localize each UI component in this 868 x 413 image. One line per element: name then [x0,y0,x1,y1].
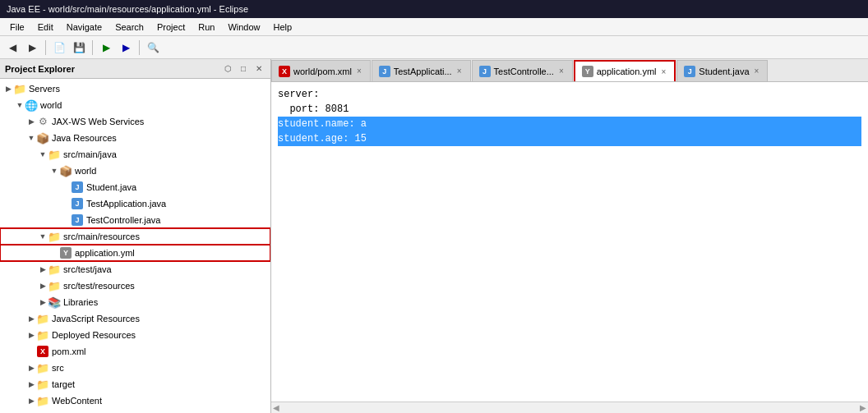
tree-label-src-test-resources: src/test/resources [63,281,135,291]
menu-item-run[interactable]: Run [192,21,221,34]
tree-arrow-world-pkg[interactable]: ▼ [49,166,59,176]
tree-label-js-resources: JavaScript Resources [52,314,140,324]
tree-item-jaxws[interactable]: ▶⚙JAX-WS Web Services [0,113,270,130]
tree-item-target[interactable]: ▶📁target [0,376,270,392]
tree-arrow-servers[interactable]: ▶ [3,84,13,94]
toolbar-sep-2 [92,40,93,55]
menu-bar: FileEditNavigateSearchProjectRunWindowHe… [0,18,868,36]
tree-arrow-world[interactable]: ▼ [15,100,25,110]
tree-item-world-pkg[interactable]: ▼📦world [0,163,270,179]
tree-label-testapp-java: TestApplication.java [86,199,166,209]
title-bar: Java EE - world/src/main/resources/appli… [0,0,868,18]
tree-item-src-test-java[interactable]: ▶📁src/test/java [0,261,270,278]
tree-icon-testcontroller-java: J [71,213,84,227]
menu-item-search[interactable]: Search [108,21,150,34]
toolbar-search[interactable]: 🔍 [144,39,162,57]
right-panel: Xworld/pom.xml×JTestApplicati...×JTestCo… [271,59,868,413]
menu-item-window[interactable]: Window [221,21,266,34]
tree-arrow-src-test-java[interactable]: ▶ [38,264,48,274]
project-tree: ▶📁Servers▼🌐world▶⚙JAX-WS Web Services▼📦J… [0,79,270,413]
tab-close-appyml-tab[interactable]: × [660,67,668,77]
toolbar-sep-1 [45,40,46,55]
tab-close-testapp-tab[interactable]: × [455,66,464,76]
tab-appyml-tab[interactable]: Yapplication.yml× [574,60,676,81]
editor-content[interactable]: server: port: 8081student.name: astudent… [271,82,868,402]
tab-pom-xml-tab[interactable]: Xworld/pom.xml× [271,60,371,81]
tree-label-student-java: Student.java [86,182,136,192]
tree-label-deployed-resources: Deployed Resources [52,330,136,340]
tab-close-student-tab[interactable]: × [753,66,761,76]
toolbar-save[interactable]: 💾 [70,39,88,57]
tree-item-src-test-resources[interactable]: ▶📁src/test/resources [0,278,270,294]
tab-label-pom-xml-tab: world/pom.xml [293,67,352,76]
tree-arrow-js-resources[interactable]: ▶ [26,314,36,324]
tree-item-testapp-java[interactable]: JTestApplication.java [0,195,270,212]
panel-close-icon[interactable]: ✕ [252,62,265,76]
panel-header-icons: ⬡ □ ✕ [221,62,265,76]
tree-item-js-resources[interactable]: ▶📁JavaScript Resources [0,310,270,327]
tree-icon-src-test-resources: 📁 [48,279,61,292]
tree-label-jaxws: JAX-WS Web Services [52,117,144,126]
tree-icon-src: 📁 [36,361,49,374]
toolbar-run[interactable]: ▶ [97,39,115,57]
tree-item-java-resources[interactable]: ▼📦Java Resources [0,130,270,146]
tree-arrow-libraries[interactable]: ▶ [38,297,48,307]
tree-icon-testapp-java: J [71,197,84,210]
tree-icon-java-resources: 📦 [36,131,49,145]
tree-label-testcontroller-java: TestController.java [86,215,161,225]
tree-item-src-main-resources[interactable]: ▼📁src/main/resources [0,228,270,245]
editor-scrollbar-horizontal[interactable]: ◀ ▶ [271,402,868,413]
tree-item-libraries[interactable]: ▶📚Libraries [0,294,270,310]
editor-line-2: student.name: a [278,117,861,131]
tree-arrow-src-main-resources[interactable]: ▼ [38,232,48,241]
tab-close-pom-xml-tab[interactable]: × [355,66,363,76]
tree-arrow-deployed-resources[interactable]: ▶ [26,330,36,340]
tree-item-src-main-java[interactable]: ▼📁src/main/java [0,146,270,163]
tree-item-src[interactable]: ▶📁src [0,360,270,376]
tree-label-src-main-resources: src/main/resources [63,232,140,241]
menu-item-file[interactable]: File [3,21,31,34]
tab-student-tab[interactable]: JStudent.java× [676,60,768,81]
tree-item-webcontent[interactable]: ▶📁WebContent [0,392,270,409]
tree-arrow-webcontent[interactable]: ▶ [26,396,36,406]
toolbar-debug[interactable]: ▶ [117,39,135,57]
tree-item-servers[interactable]: ▶📁Servers [0,80,270,97]
panel-minimize-icon[interactable]: ⬡ [221,62,234,76]
tab-close-testcontroller-tab[interactable]: × [557,66,566,76]
tree-icon-world: 🌐 [25,99,38,112]
tree-item-deployed-resources[interactable]: ▶📁Deployed Resources [0,327,270,343]
tree-item-application-yml[interactable]: Yapplication.yml [0,245,270,261]
tree-icon-js-resources: 📁 [36,312,49,325]
menu-item-help[interactable]: Help [267,21,299,34]
tree-arrow-src[interactable]: ▶ [26,363,36,373]
tree-item-testcontroller-java[interactable]: JTestController.java [0,212,270,228]
menu-item-edit[interactable]: Edit [31,21,60,34]
tree-item-world[interactable]: ▼🌐world [0,97,270,113]
menu-item-navigate[interactable]: Navigate [60,21,108,34]
tab-label-testapp-tab: TestApplicati... [394,67,452,76]
tree-item-student-java[interactable]: JStudent.java [0,179,270,195]
tree-icon-world-pkg: 📦 [59,164,72,177]
tree-arrow-src-main-java[interactable]: ▼ [38,149,48,159]
toolbar-new[interactable]: 📄 [50,39,68,57]
tree-icon-servers: 📁 [13,82,26,95]
tree-arrow-target[interactable]: ▶ [26,379,36,389]
panel-title: Project Explorer [5,64,75,74]
tab-testapp-tab[interactable]: JTestApplicati...× [372,60,471,81]
tree-icon-libraries: 📚 [48,296,61,309]
menu-item-project[interactable]: Project [150,21,192,34]
toolbar-btn-1[interactable]: ◀ [3,39,21,57]
tree-label-target: target [52,379,75,389]
tab-testcontroller-tab[interactable]: JTestControlle...× [472,60,573,81]
panel-maximize-icon[interactable]: □ [237,62,250,76]
tree-arrow-java-resources[interactable]: ▼ [26,133,36,143]
editor-line-3: student.age: 15 [278,131,861,146]
tree-icon-src-main-java: 📁 [48,148,61,161]
tree-arrow-src-test-resources[interactable]: ▶ [38,281,48,291]
tree-item-pom-xml[interactable]: Xpom.xml [0,343,270,360]
tree-label-world-pkg: world [75,166,96,176]
toolbar-btn-2[interactable]: ▶ [23,39,41,57]
tree-label-pom-xml: pom.xml [52,346,86,356]
tree-arrow-jaxws[interactable]: ▶ [26,117,36,126]
tab-icon-pom-xml-tab: X [279,66,290,77]
